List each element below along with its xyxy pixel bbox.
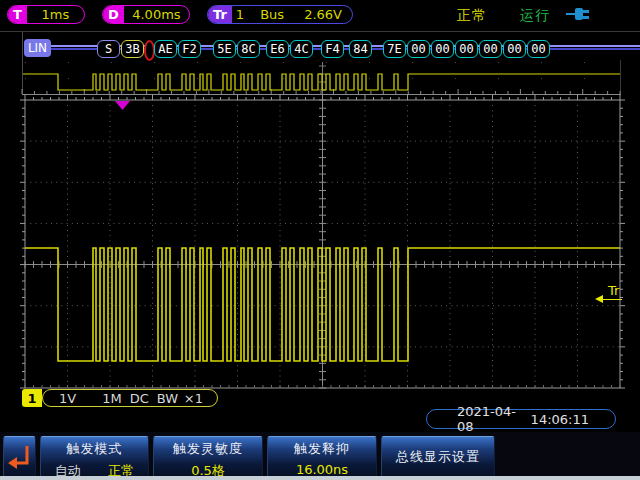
delay-value: 4.00ms (124, 7, 189, 22)
back-arrow-icon (4, 437, 37, 478)
back-button[interactable] (3, 436, 36, 477)
trigger-control[interactable]: Tr 1 Bus 2.66V (207, 5, 353, 24)
delay-control[interactable]: D 4.00ms (102, 5, 190, 24)
run-status: 运行 (520, 7, 550, 25)
decode-byte-00: 00 (431, 40, 454, 58)
scope-graticule-and-waveforms (0, 0, 640, 480)
input-impedance: 1M (102, 391, 122, 406)
timebase-badge: T (8, 6, 27, 23)
decode-byte-7E: 7E (383, 40, 406, 58)
decode-byte-84: 84 (349, 40, 372, 58)
protocol-badge[interactable]: LIN (24, 39, 51, 57)
decode-byte-00: 00 (527, 40, 550, 58)
menu-trigger-sensitivity[interactable]: 触发灵敏度 0.5格 (153, 436, 263, 477)
soft-menu-bar: 触发模式 自动 正常 触发灵敏度 0.5格 触发释抑 16.00ns 总线显示设… (0, 432, 640, 480)
trigger-level-marker[interactable]: Tr (603, 280, 622, 300)
acquisition-status: 正常 (457, 7, 487, 25)
trigger-level-arrow-icon (595, 295, 603, 303)
probe-ratio: ×1 (184, 391, 203, 406)
bottom-strip (0, 476, 640, 480)
delay-badge: D (103, 6, 124, 23)
trigger-holdoff-value: 16.00ns (296, 462, 348, 477)
decode-byte-F4: F4 (321, 40, 344, 58)
timebase-control[interactable]: T 1ms (7, 5, 85, 24)
volts-per-div: 1V (59, 391, 76, 406)
decode-byte-00: 00 (455, 40, 478, 58)
trigger-level: 2.66V (288, 7, 352, 22)
usb-plug-icon (565, 6, 595, 23)
date-label: 2021-04-08 (457, 404, 531, 434)
channel-1-settings[interactable]: 1V 1M DC BW ×1 (42, 389, 218, 407)
datetime-box: 2021-04-08 14:06:11 (426, 409, 616, 429)
menu-bus-display-settings[interactable]: 总线显示设置 (381, 436, 495, 477)
decode-byte-S: S (97, 40, 120, 58)
bandwidth-limit: BW (157, 391, 178, 406)
oscilloscope-screen: T 1ms D 4.00ms Tr 1 Bus 2.66V 正常 运行 LIN … (0, 0, 640, 480)
channel-1-badge[interactable]: 1 (22, 389, 42, 407)
decode-byte-5E: 5E (213, 40, 236, 58)
time-label: 14:06:11 (531, 412, 589, 427)
decode-byte-00: 00 (503, 40, 526, 58)
decode-byte-00: 00 (479, 40, 502, 58)
decode-byte-4C: 4C (290, 40, 313, 58)
menu-trigger-mode[interactable]: 触发模式 自动 正常 (40, 436, 149, 477)
menu-trigger-holdoff[interactable]: 触发释抑 16.00ns (267, 436, 377, 477)
trigger-badge: Tr (208, 6, 232, 23)
timebase-value: 1ms (27, 7, 84, 22)
decode-byte-3B: 3B (121, 40, 144, 58)
decode-byte-00: 00 (407, 40, 430, 58)
decode-byte-F2: F2 (178, 40, 201, 58)
trigger-type: Bus (256, 7, 288, 22)
decode-byte-8C: 8C (237, 40, 260, 58)
decode-byte-AE: AE (154, 40, 177, 58)
trigger-position-icon (115, 101, 130, 110)
decode-byte-E6: E6 (266, 40, 289, 58)
trigger-source: 1 (232, 7, 248, 22)
topbar-separator (0, 31, 640, 32)
coupling: DC (130, 391, 149, 406)
